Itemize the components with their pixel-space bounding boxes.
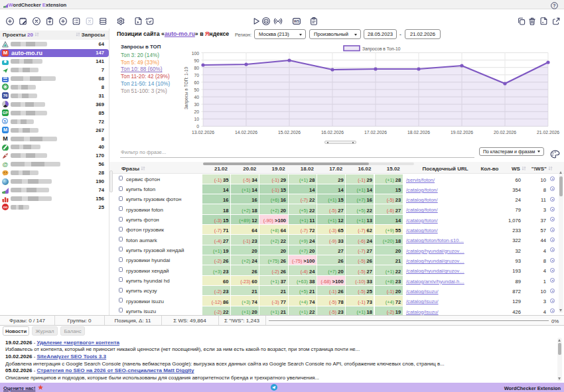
svg-text:21.02.2026: 21.02.2026 bbox=[537, 130, 559, 135]
svg-text:60: 60 bbox=[194, 80, 199, 85]
svg-text:20: 20 bbox=[194, 109, 199, 114]
svg-text:WS: WS bbox=[293, 19, 299, 23]
svg-text:19.02.2026: 19.02.2026 bbox=[451, 130, 473, 135]
svg-text:30: 30 bbox=[194, 102, 199, 107]
svg-text:100: 100 bbox=[192, 51, 200, 56]
svg-text:14.02.2026: 14.02.2026 bbox=[235, 130, 257, 135]
svg-text:13.02.2026: 13.02.2026 bbox=[192, 130, 214, 135]
svg-text:10: 10 bbox=[194, 117, 199, 121]
svg-text:18.02.2026: 18.02.2026 bbox=[407, 130, 430, 135]
svg-text:0: 0 bbox=[196, 124, 199, 129]
svg-text:70: 70 bbox=[194, 73, 199, 78]
svg-text:80: 80 bbox=[194, 66, 199, 70]
svg-text:15.02.2026: 15.02.2026 bbox=[278, 130, 301, 135]
svg-text:50: 50 bbox=[194, 88, 199, 92]
svg-text:20.02.2026: 20.02.2026 bbox=[494, 130, 516, 135]
svg-text:16.02.2026: 16.02.2026 bbox=[321, 130, 344, 135]
svg-text:90: 90 bbox=[194, 58, 199, 63]
svg-text:Запросы в ТОП: 1-10: Запросы в ТОП: 1-10 bbox=[184, 67, 189, 110]
svg-text:17.02.2026: 17.02.2026 bbox=[364, 130, 387, 135]
svg-text:Запросов в Топ-10: Запросов в Топ-10 bbox=[362, 46, 401, 52]
svg-text:?: ? bbox=[553, 3, 555, 8]
svg-text:40: 40 bbox=[194, 95, 199, 99]
